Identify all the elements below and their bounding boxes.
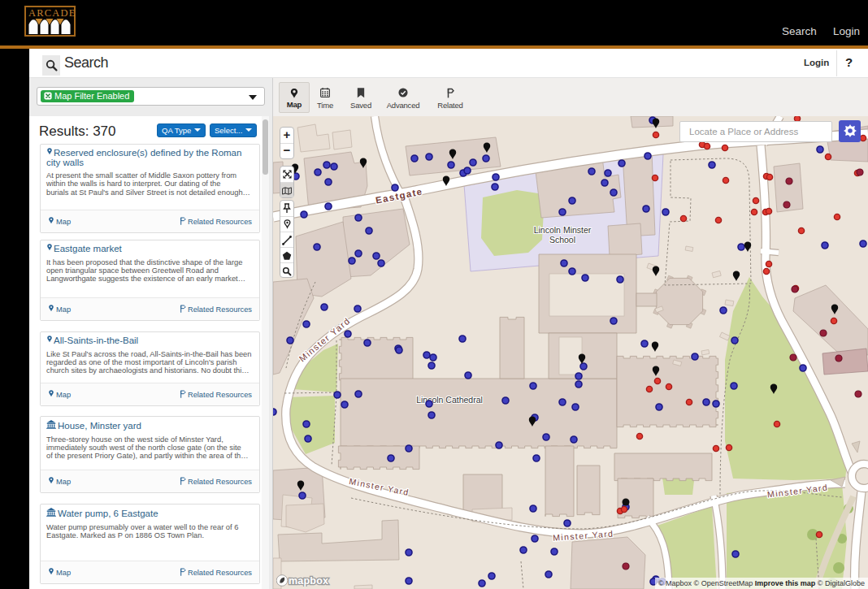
svg-text:School: School xyxy=(549,235,575,245)
svg-text:mapbox: mapbox xyxy=(289,575,328,587)
svg-text:Lincoln Minster: Lincoln Minster xyxy=(534,225,592,235)
